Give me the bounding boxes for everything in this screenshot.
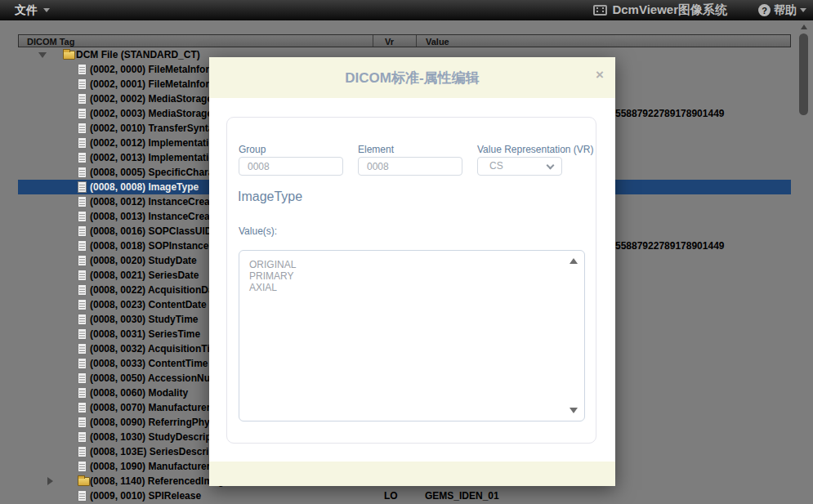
expand-arrow-icon[interactable]	[47, 477, 53, 485]
doc-icon	[78, 225, 87, 237]
attribute-form-card: Group Element Value Representation (VR) …	[226, 117, 596, 444]
doc-icon	[78, 328, 87, 340]
question-icon: ?	[758, 4, 771, 16]
dialog-header: DICOM标准-属性编辑 ×	[209, 57, 615, 98]
scroll-up-arrow-icon[interactable]	[570, 258, 578, 264]
row-label: (0008, 0090) ReferringPhysic	[90, 415, 223, 430]
row-label: (0008, 0008) ImageType	[90, 180, 199, 194]
doc-icon	[78, 78, 87, 90]
doc-icon	[78, 417, 87, 428]
folder-open-icon	[63, 51, 75, 60]
row-label: (0002, 0013) Implementation	[90, 150, 221, 165]
doc-icon	[78, 123, 87, 134]
doc-icon	[78, 461, 87, 472]
doc-icon	[78, 137, 87, 149]
row-label: (0008, 0032) AcquisitionTime	[90, 341, 224, 356]
group-label: Group	[239, 144, 266, 155]
file-menu[interactable]: 文件	[15, 3, 50, 18]
dialog-title: DICOM标准-属性编辑	[345, 69, 479, 87]
row-label: (0008, 0030) StudyTime	[90, 312, 199, 327]
help-menu-label: 帮助	[774, 3, 797, 18]
values-textarea[interactable]: ORIGINAL PRIMARY AXIAL	[239, 251, 584, 421]
table-row[interactable]: (0009, 0010) SPIReleaseLOGEMS_IDEN_01	[18, 488, 791, 503]
vr-label: Value Representation (VR)	[477, 144, 594, 155]
folder-closed-icon	[78, 477, 90, 486]
element-label: Element	[358, 144, 394, 155]
doc-icon	[78, 152, 87, 163]
row-label: (0008, 0012) InstanceCreatio	[90, 194, 221, 209]
doc-icon	[78, 240, 87, 252]
vr-select[interactable]: CS	[477, 157, 562, 176]
film-icon	[593, 5, 607, 16]
doc-icon	[78, 402, 87, 413]
doc-icon	[78, 387, 87, 399]
doc-icon	[78, 167, 87, 178]
row-label: (0008, 0023) ContentDate	[90, 297, 207, 312]
attribute-edit-dialog: DICOM标准-属性编辑 × Group Element Value Repre…	[209, 57, 615, 486]
doc-icon	[78, 196, 87, 207]
row-label: (0008, 1030) StudyDescriptio	[90, 430, 223, 444]
chevron-down-icon	[43, 8, 50, 12]
scrollbar-thumb[interactable]	[799, 33, 808, 115]
row-label: (0002, 0002) MediaStorageS	[90, 91, 219, 106]
vr-selected-value: CS	[489, 160, 503, 172]
scroll-up-arrow-icon[interactable]	[801, 25, 807, 29]
doc-icon	[78, 299, 87, 310]
row-value: GEMS_IDEN_01	[425, 488, 499, 503]
doc-icon	[78, 64, 87, 75]
row-label: (0008, 1140) ReferencedImag	[90, 474, 224, 488]
doc-icon	[78, 255, 87, 266]
values-box: ORIGINAL PRIMARY AXIAL	[239, 250, 585, 421]
row-label: (0002, 0012) Implementation	[90, 136, 221, 150]
row-vr: LO	[384, 488, 398, 503]
row-label: (0009, 0010) SPIRelease	[90, 488, 201, 503]
row-label: (0008, 0018) SOPInstanceUI	[90, 239, 218, 253]
doc-icon	[78, 372, 87, 384]
column-header-vr[interactable]: Vr	[385, 36, 394, 47]
row-label: (0002, 0003) MediaStorageS	[90, 106, 219, 121]
doc-icon	[78, 284, 87, 296]
row-value: 55887922789178901449	[615, 239, 724, 253]
doc-icon	[78, 358, 87, 369]
app-title: DcmViewer图像系统	[612, 2, 727, 18]
row-label: (0008, 0021) SeriesDate	[90, 268, 199, 283]
row-label: (0008, 0016) SOPClassUID	[90, 224, 212, 239]
doc-icon	[78, 270, 87, 281]
column-header-value[interactable]: Value	[426, 36, 449, 47]
row-label: (0008, 0013) InstanceCreatio	[90, 209, 221, 224]
doc-icon	[78, 314, 87, 325]
row-label: (0008, 1090) ManufacturerMo	[90, 459, 225, 474]
vertical-scrollbar[interactable]	[798, 20, 810, 504]
file-menu-label: 文件	[15, 3, 38, 18]
chevron-down-icon	[547, 162, 555, 170]
row-label: (0008, 103E) SeriesDescripti	[90, 444, 221, 459]
app-brand: DcmViewer图像系统	[593, 2, 727, 18]
dialog-body: Group Element Value Representation (VR) …	[209, 98, 615, 462]
doc-icon	[78, 181, 87, 193]
attribute-name: ImageType	[238, 190, 302, 204]
row-label: (0008, 0005) SpecificCharact	[90, 165, 222, 180]
top-menu-bar: 文件 DcmViewer图像系统 ? 帮助	[0, 0, 813, 20]
row-label: (0008, 0033) ContentTime	[90, 356, 208, 371]
row-label: (0008, 0060) Modality	[90, 386, 188, 400]
row-label: DCM File (STANDARD_CT)	[76, 47, 200, 62]
row-label: (0008, 0070) Manufacturer	[90, 400, 210, 415]
scroll-down-arrow-icon[interactable]	[570, 408, 578, 413]
column-divider	[373, 35, 373, 47]
doc-icon	[78, 446, 87, 457]
group-field[interactable]	[239, 157, 343, 176]
element-field[interactable]	[358, 157, 462, 176]
row-label: (0008, 0031) SeriesTime	[90, 327, 200, 341]
chevron-down-icon	[800, 8, 806, 12]
close-icon[interactable]: ×	[596, 68, 604, 82]
row-label: (0008, 0022) AcquisitionDate	[90, 283, 222, 297]
values-label: Value(s):	[239, 225, 277, 237]
doc-icon	[78, 343, 87, 355]
collapse-arrow-icon[interactable]	[38, 52, 47, 58]
help-menu[interactable]: ? 帮助	[758, 3, 806, 18]
column-header-dicom-tag[interactable]: DICOM Tag	[27, 36, 74, 47]
dialog-footer	[209, 462, 615, 486]
row-label: (0002, 0001) FileMetaInforma	[90, 77, 223, 91]
table-header: DICOM Tag Vr Value	[18, 34, 791, 47]
row-label: (0008, 0020) StudyDate	[90, 253, 197, 268]
